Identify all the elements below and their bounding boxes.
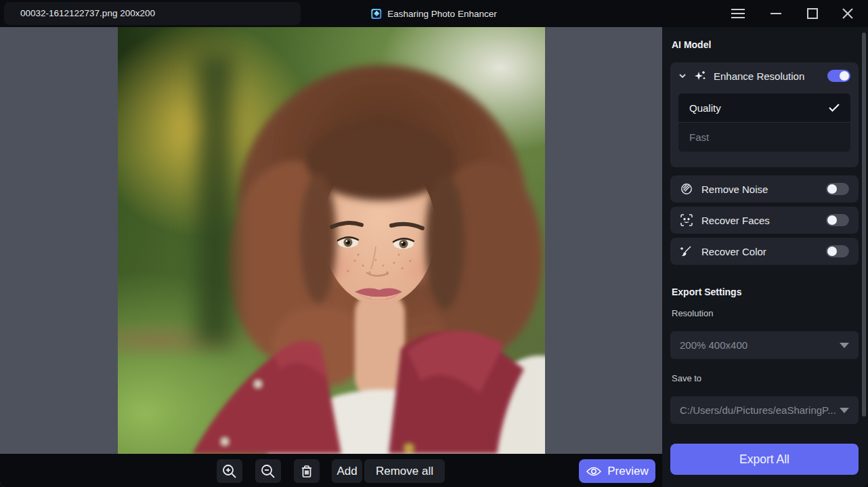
- recover-faces-label: Recover Faces: [701, 215, 770, 226]
- canvas-area: Add Remove all Preview: [0, 27, 662, 487]
- toggle-knob: [827, 247, 837, 256]
- ai-model-heading: AI Model: [672, 39, 711, 50]
- color-brush-icon: [680, 245, 693, 258]
- maximize-button[interactable]: [803, 4, 822, 23]
- toggle-knob: [827, 184, 837, 194]
- minimize-button[interactable]: [766, 4, 785, 23]
- sparkles-icon: [693, 69, 707, 83]
- recover-color-label: Recover Color: [701, 246, 766, 257]
- menu-button[interactable]: [729, 4, 747, 23]
- export-all-button[interactable]: Export All: [670, 444, 859, 475]
- option-fast-label: Fast: [689, 131, 709, 143]
- option-quality-label: Quality: [689, 102, 721, 114]
- remove-noise-card: Remove Noise: [670, 175, 859, 203]
- zoom-out-button[interactable]: [255, 459, 281, 483]
- title-bar: 00032-1612122737.png 200x200 Easharing P…: [0, 0, 868, 27]
- recover-color-toggle[interactable]: [826, 245, 849, 257]
- eye-icon: [586, 465, 602, 478]
- chevron-down-icon: [678, 69, 687, 83]
- enhance-resolution-toggle[interactable]: [827, 70, 850, 82]
- remove-all-label: Remove all: [376, 465, 433, 478]
- toggle-knob: [840, 71, 849, 81]
- portrait-illustration: [118, 27, 545, 454]
- sidebar-scrollbar-thumb[interactable]: [862, 33, 866, 417]
- hamburger-icon: [730, 5, 746, 22]
- zoom-out-icon: [260, 463, 276, 480]
- trash-icon: [299, 464, 314, 479]
- photo-preview: [118, 27, 545, 454]
- delete-image-button[interactable]: [294, 459, 320, 483]
- recover-faces-card: Recover Faces: [670, 207, 859, 234]
- zoom-in-button[interactable]: [217, 459, 242, 483]
- close-button[interactable]: [838, 4, 857, 23]
- app-title-group: Easharing Photo Enhancer: [371, 0, 496, 27]
- recover-faces-row[interactable]: Recover Faces: [670, 207, 859, 234]
- option-fast[interactable]: Fast: [678, 123, 850, 151]
- model-quality-options: Quality Fast: [678, 93, 850, 152]
- bottom-toolbar: Add Remove all Preview: [0, 454, 662, 487]
- recover-color-row[interactable]: Recover Color: [670, 238, 859, 265]
- recover-color-card: Recover Color: [670, 238, 859, 265]
- remove-all-button[interactable]: Remove all: [364, 459, 445, 483]
- add-button-label: Add: [337, 465, 357, 478]
- check-icon: [829, 104, 840, 112]
- close-icon: [840, 6, 855, 21]
- settings-sidebar: AI Model Enhance Resolution Quality: [662, 27, 868, 487]
- option-quality[interactable]: Quality: [678, 93, 850, 123]
- resolution-label: Resolution: [672, 308, 713, 318]
- recover-faces-toggle[interactable]: [826, 214, 849, 226]
- preview-button-label: Preview: [607, 465, 648, 478]
- tree-trunk-shape: [198, 54, 233, 345]
- export-all-label: Export All: [739, 452, 789, 467]
- face-scan-icon: [680, 213, 693, 227]
- maximize-icon: [806, 7, 819, 20]
- caret-down-icon: [840, 408, 849, 413]
- app-logo-icon: [371, 9, 381, 19]
- app-title: Easharing Photo Enhancer: [387, 9, 496, 19]
- resolution-value: 200% 400x400: [680, 339, 747, 351]
- open-file-name: 00032-1612122737.png 200x200: [20, 0, 155, 27]
- noise-icon: [680, 182, 693, 196]
- remove-noise-label: Remove Noise: [701, 184, 768, 195]
- resolution-dropdown[interactable]: 200% 400x400: [670, 331, 859, 359]
- preview-button[interactable]: Preview: [579, 459, 655, 483]
- enhance-resolution-row[interactable]: Enhance Resolution: [670, 62, 859, 89]
- save-to-value: C:/Users/du/Pictures/eaSharingP...: [680, 404, 836, 416]
- remove-noise-row[interactable]: Remove Noise: [670, 175, 859, 203]
- remove-noise-toggle[interactable]: [826, 183, 849, 195]
- enhance-resolution-label: Enhance Resolution: [714, 70, 804, 82]
- minimize-icon: [768, 6, 783, 21]
- add-image-button[interactable]: Add: [332, 459, 362, 483]
- caret-down-icon: [840, 343, 849, 348]
- zoom-in-icon: [221, 463, 238, 480]
- save-to-dropdown[interactable]: C:/Users/du/Pictures/eaSharingP...: [670, 396, 859, 424]
- save-to-label: Save to: [672, 373, 701, 383]
- app-window: 00032-1612122737.png 200x200 Easharing P…: [0, 0, 868, 487]
- enhance-resolution-card: Enhance Resolution Quality Fast: [670, 62, 859, 167]
- toggle-knob: [827, 215, 837, 225]
- export-settings-heading: Export Settings: [672, 287, 741, 297]
